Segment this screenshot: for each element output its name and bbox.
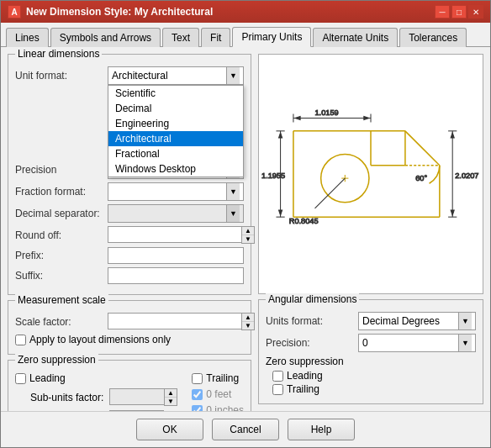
fraction-format-row: Fraction format: ▼: [15, 182, 244, 201]
tab-text[interactable]: Text: [162, 28, 199, 47]
suffix-row: Suffix:: [15, 267, 244, 284]
svg-text:R0.8045: R0.8045: [289, 217, 319, 225]
angular-precision-select[interactable]: 0 ▼: [358, 334, 476, 352]
round-off-label: Round off:: [15, 229, 108, 241]
0feet-row: 0 feet: [192, 388, 244, 400]
angular-leading-label: Leading: [287, 370, 323, 382]
leading-checkbox[interactable]: [15, 373, 26, 384]
main-window: A New Dimension Style: My Architectural …: [0, 0, 491, 448]
decimal-sep-arrow: ▼: [226, 205, 240, 222]
trailing-checkbox[interactable]: [192, 373, 203, 384]
angular-units-row: Units format: Decimal Degrees ▼: [266, 312, 476, 330]
dropdown-engineering[interactable]: Engineering: [108, 116, 243, 131]
angular-units-arrow[interactable]: ▼: [458, 313, 472, 329]
dropdown-scientific[interactable]: Scientific: [108, 86, 243, 101]
scale-factor-spinbtns: ▲ ▼: [241, 313, 255, 330]
maximize-button[interactable]: □: [451, 5, 467, 18]
trailing-row: Trailing: [192, 372, 244, 384]
svg-rect-0: [259, 79, 483, 268]
angular-zero-supp: Zero suppression Leading Trailing: [266, 356, 476, 395]
dropdown-decimal[interactable]: Decimal: [108, 101, 243, 116]
angular-leading-checkbox[interactable]: [272, 371, 283, 382]
fraction-format-arrow[interactable]: ▼: [226, 183, 240, 200]
0inches-checkbox[interactable]: [192, 405, 203, 412]
angular-precision-label: Precision:: [266, 337, 358, 349]
angular-precision-row: Precision: 0 ▼: [266, 334, 476, 352]
tab-alternate-units[interactable]: Alternate Units: [313, 28, 398, 47]
prefix-row: Prefix:: [15, 247, 244, 264]
prefix-input[interactable]: [108, 247, 244, 264]
dropdown-fractional[interactable]: Fractional: [108, 146, 243, 161]
unit-format-dropdown: Scientific Decimal Engineering Architect…: [108, 85, 244, 177]
zero-supp-label: Zero suppression: [15, 354, 98, 366]
dropdown-windows-desktop[interactable]: Windows Desktop: [108, 161, 243, 177]
sub-units-input: 8'-4": [109, 388, 164, 405]
close-button[interactable]: ✕: [468, 5, 483, 18]
round-off-down[interactable]: ▼: [242, 235, 254, 243]
tab-tolerances[interactable]: Tolerances: [399, 28, 467, 47]
tab-symbols[interactable]: Symbols and Arrows: [50, 28, 161, 47]
preview-box: 1.0159 1.1955: [258, 54, 483, 294]
sub-units-up: ▲: [165, 389, 177, 398]
help-button[interactable]: Help: [288, 419, 355, 440]
0inches-row: 0 inches: [192, 404, 244, 411]
angular-units-select[interactable]: Decimal Degrees ▼: [358, 312, 476, 330]
sub-units-spinner: 8'-4" ▲ ▼: [109, 388, 177, 406]
angular-trailing-checkbox[interactable]: [272, 384, 283, 395]
scale-factor-input[interactable]: 1.0000: [108, 313, 241, 329]
tab-lines[interactable]: Lines: [6, 28, 49, 47]
round-off-input[interactable]: 0": [108, 226, 241, 243]
tab-fit[interactable]: Fit: [201, 28, 230, 47]
0feet-label: 0 feet: [206, 388, 231, 400]
tab-primary-units[interactable]: Primary Units: [232, 27, 311, 47]
sub-unit-suffix-row: Sub-unit suffix:: [30, 410, 175, 411]
unit-format-arrow[interactable]: ▼: [226, 67, 240, 84]
title-bar-buttons: ─ □ ✕: [435, 5, 483, 18]
fraction-format-label: Fraction format:: [15, 186, 108, 198]
window-title: New Dimension Style: My Architectural: [26, 6, 213, 18]
apply-layout-label: Apply to layout dimensions only: [29, 334, 171, 345]
angular-dimensions-group: Angular dimensions Units format: Decimal…: [258, 299, 483, 404]
scale-factor-label: Scale factor:: [15, 316, 108, 328]
0feet-checkbox[interactable]: [192, 389, 203, 400]
round-off-up[interactable]: ▲: [242, 227, 254, 235]
title-bar-left: A New Dimension Style: My Architectural: [8, 5, 213, 18]
ok-button[interactable]: OK: [136, 419, 203, 440]
scale-factor-up[interactable]: ▲: [242, 314, 254, 322]
bottom-bar: OK Cancel Help: [1, 411, 490, 447]
suffix-label: Suffix:: [15, 270, 108, 282]
svg-text:1.0159: 1.0159: [315, 108, 339, 117]
scale-factor-spinner: 1.0000 ▲ ▼: [108, 313, 255, 330]
tabs-bar: Lines Symbols and Arrows Text Fit Primar…: [1, 23, 490, 47]
0inches-label: 0 inches: [206, 404, 244, 411]
apply-layout-row: Apply to layout dimensions only: [15, 334, 244, 345]
svg-text:2.0207: 2.0207: [455, 171, 478, 180]
round-off-row: Round off: 0" ▲ ▼: [15, 226, 244, 244]
scale-factor-row: Scale factor: 1.0000 ▲ ▼: [15, 313, 244, 330]
angular-precision-arrow[interactable]: ▼: [458, 335, 472, 351]
linear-group-label: Linear dimensions: [15, 48, 102, 60]
sub-unit-suffix-input[interactable]: [109, 410, 164, 411]
unit-format-select[interactable]: Architectural ▼: [108, 66, 244, 85]
unit-format-label: Unit format:: [15, 70, 108, 82]
trailing-label: Trailing: [206, 372, 239, 384]
angular-units-label: Units format:: [266, 315, 358, 327]
meas-scale-label: Measurement scale: [15, 294, 108, 306]
round-off-spinner: 0" ▲ ▼: [108, 226, 255, 244]
minimize-button[interactable]: ─: [435, 5, 450, 18]
left-panel: Linear dimensions Unit format: Architect…: [8, 54, 251, 404]
title-bar: A New Dimension Style: My Architectural …: [1, 1, 490, 23]
suffix-input[interactable]: [108, 267, 244, 284]
dropdown-architectural[interactable]: Architectural: [108, 131, 243, 146]
leading-label: Leading: [29, 372, 66, 384]
cancel-button[interactable]: Cancel: [212, 419, 279, 440]
angular-group-label: Angular dimensions: [266, 293, 359, 305]
apply-layout-checkbox[interactable]: [15, 335, 26, 345]
sub-units-factor-label: Sub-units factor:: [30, 392, 106, 403]
svg-text:1.1955: 1.1955: [261, 171, 285, 180]
scale-factor-down[interactable]: ▼: [242, 322, 254, 329]
round-off-spinbtns: ▲ ▼: [241, 226, 255, 244]
linear-dimensions-group: Linear dimensions Unit format: Architect…: [8, 54, 251, 295]
decimal-sep-row: Decimal separator: ▼: [15, 204, 244, 223]
zero-suppression-group: Zero suppression Leading Sub-units facto…: [8, 360, 251, 411]
